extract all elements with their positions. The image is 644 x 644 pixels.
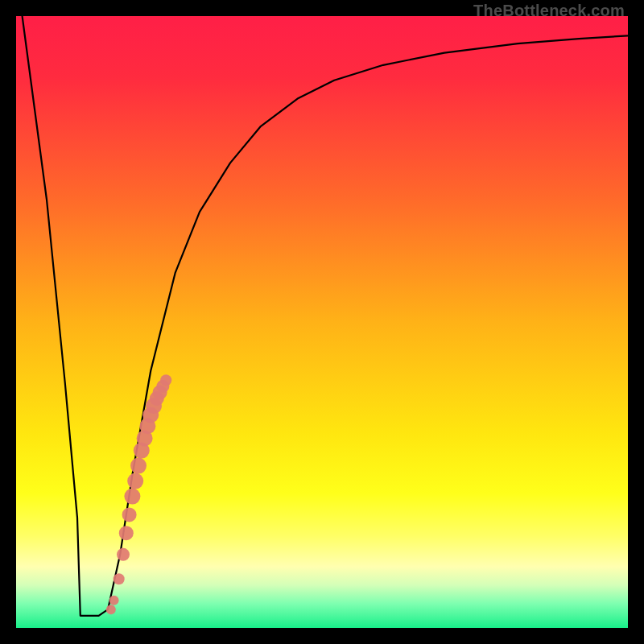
- highlight-dot: [127, 473, 143, 489]
- watermark-text: TheBottleneck.com: [473, 2, 625, 20]
- gradient-rect: [16, 16, 628, 628]
- plot-area: [16, 16, 628, 628]
- highlight-dot: [122, 507, 137, 522]
- highlight-dot: [160, 374, 171, 386]
- highlight-dot: [119, 526, 134, 540]
- chart-frame: TheBottleneck.com: [0, 0, 644, 644]
- highlight-dot: [124, 489, 140, 505]
- highlight-dot: [109, 596, 119, 605]
- highlight-dot: [106, 605, 116, 614]
- highlight-dot: [130, 458, 147, 474]
- highlight-dot: [117, 548, 130, 561]
- plot-svg: [16, 16, 628, 628]
- highlight-dot: [114, 573, 125, 584]
